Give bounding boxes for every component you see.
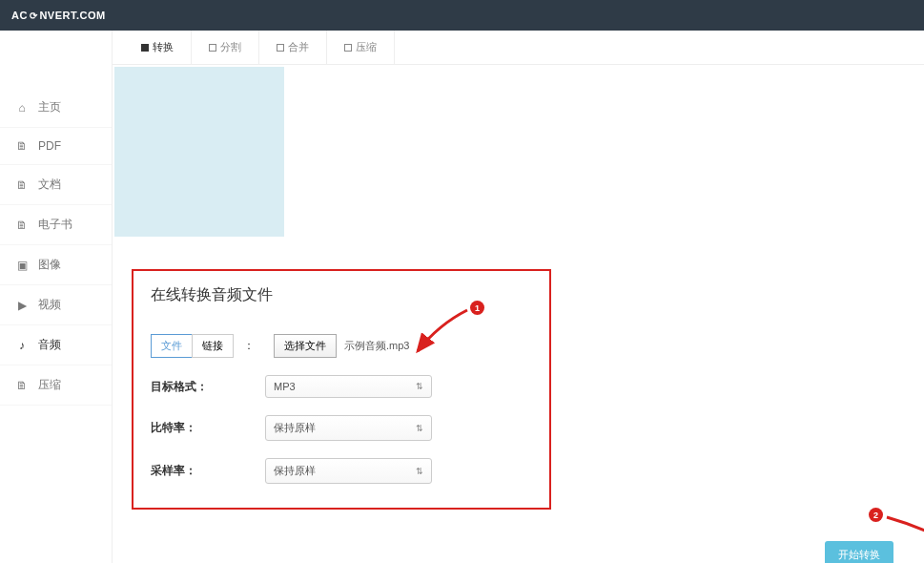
- image-icon: ▣: [15, 259, 29, 272]
- chevron-updown-icon: ⇅: [416, 467, 423, 476]
- ebook-icon: 🗎: [15, 219, 29, 232]
- sidebar-item-label: 压缩: [38, 377, 61, 393]
- annotation-badge-1: 1: [470, 301, 484, 315]
- tab-marker-icon: [141, 44, 149, 52]
- sidebar-item-label: 音频: [38, 337, 61, 353]
- chevron-updown-icon: ⇅: [416, 382, 423, 391]
- tab-compress[interactable]: 压缩: [327, 31, 395, 64]
- tab-convert[interactable]: 转换: [124, 31, 192, 64]
- tab-marker-icon: [209, 44, 216, 52]
- source-row: 文件 链接 ： 选择文件 示例音频.mp3: [151, 334, 532, 358]
- start-convert-button[interactable]: 开始转换: [825, 541, 893, 563]
- samplerate-row: 采样率： 保持原样 ⇅: [151, 458, 532, 484]
- bitrate-label: 比特率：: [151, 420, 236, 436]
- sidebar-item-video[interactable]: ▶ 视频: [0, 285, 112, 325]
- video-icon: ▶: [15, 299, 29, 312]
- pdf-icon: 🗎: [15, 139, 29, 153]
- target-format-label: 目标格式：: [151, 379, 236, 395]
- tab-marker-icon: [344, 44, 352, 52]
- sidebar-item-label: PDF: [38, 139, 61, 153]
- source-toggle: 文件 链接: [151, 334, 234, 358]
- tab-merge[interactable]: 合并: [259, 31, 327, 64]
- home-icon: ⌂: [15, 101, 29, 115]
- sidebar-item-audio[interactable]: ♪ 音频: [0, 325, 112, 365]
- sidebar-item-ebook[interactable]: 🗎 电子书: [0, 205, 112, 245]
- sidebar-item-label: 图像: [38, 257, 61, 273]
- refresh-icon: ⟳: [30, 10, 38, 21]
- ad-placeholder: [114, 67, 284, 237]
- annotation-badge-2: 2: [869, 508, 883, 522]
- chevron-updown-icon: ⇅: [416, 424, 423, 433]
- samplerate-label: 采样率：: [151, 463, 236, 479]
- app-header: AC⟳NVERT.COM: [0, 0, 924, 31]
- sidebar-item-label: 文档: [38, 177, 61, 193]
- choose-file-button[interactable]: 选择文件: [274, 334, 337, 358]
- selected-filename: 示例音频.mp3: [344, 339, 409, 353]
- sidebar-item-label: 视频: [38, 297, 61, 313]
- source-file-tab[interactable]: 文件: [151, 334, 192, 358]
- sidebar-item-label: 主页: [38, 99, 61, 115]
- sidebar-item-doc[interactable]: 🗎 文档: [0, 165, 112, 205]
- logo: AC⟳NVERT.COM: [11, 10, 106, 21]
- bitrate-row: 比特率： 保持原样 ⇅: [151, 415, 532, 441]
- target-format-row: 目标格式： MP3 ⇅: [151, 375, 532, 398]
- sidebar: ⌂ 主页 🗎 PDF 🗎 文档 🗎 电子书 ▣ 图像 ▶ 视频 ♪ 音频 🗎: [0, 31, 113, 563]
- tab-split[interactable]: 分割: [192, 31, 259, 64]
- sidebar-item-archive[interactable]: 🗎 压缩: [0, 365, 112, 406]
- audio-icon: ♪: [15, 339, 29, 352]
- sidebar-item-image[interactable]: ▣ 图像: [0, 245, 112, 285]
- tab-marker-icon: [277, 44, 284, 52]
- bitrate-select[interactable]: 保持原样 ⇅: [265, 415, 432, 441]
- target-format-select[interactable]: MP3 ⇅: [265, 375, 432, 398]
- main-content: 转换 分割 合并 压缩 在线转换音频文件 文件 链接 ： 选择文件: [113, 31, 924, 563]
- doc-icon: 🗎: [15, 178, 29, 192]
- conversion-form: 在线转换音频文件 文件 链接 ： 选择文件 示例音频.mp3 目标格式： MP3…: [132, 269, 551, 510]
- sidebar-item-pdf[interactable]: 🗎 PDF: [0, 128, 112, 165]
- sidebar-item-label: 电子书: [38, 217, 72, 233]
- archive-icon: 🗎: [15, 379, 29, 392]
- sidebar-item-home[interactable]: ⌂ 主页: [0, 88, 112, 128]
- source-link-tab[interactable]: 链接: [192, 334, 234, 358]
- samplerate-select[interactable]: 保持原样 ⇅: [265, 458, 432, 484]
- tabs: 转换 分割 合并 压缩: [113, 31, 924, 65]
